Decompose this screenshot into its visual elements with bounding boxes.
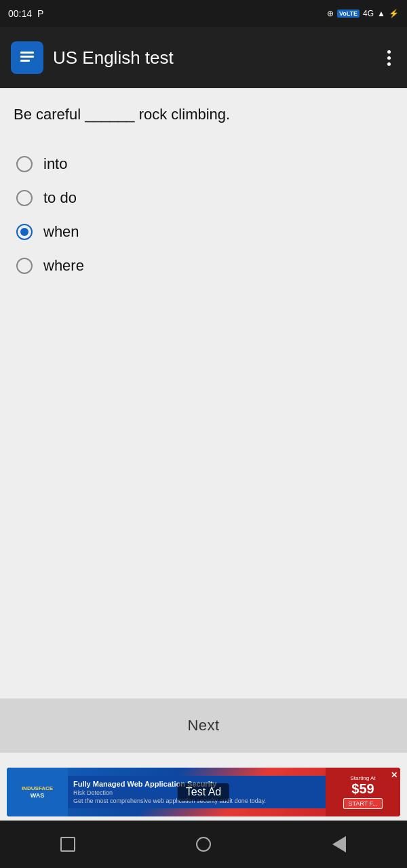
home-icon	[196, 837, 211, 852]
svg-rect-2	[20, 56, 34, 58]
sim-icon: P	[37, 8, 43, 19]
svg-rect-3	[20, 60, 30, 62]
recent-apps-icon	[60, 837, 75, 852]
ad-section: INDUSFACE WAS Fully Managed Web Applicat…	[0, 753, 407, 821]
ad-body: Get the most comprehensive web applicati…	[73, 797, 320, 804]
radio-where[interactable]	[16, 258, 33, 274]
option-label-where: where	[43, 257, 84, 275]
status-left: 00:14 P	[8, 8, 43, 19]
main-content: Be careful ______ rock climbing. into to…	[0, 88, 407, 698]
dot	[387, 62, 391, 66]
option-when[interactable]: when	[14, 215, 393, 249]
status-right: ⊕ VoLTE 4G ▲ ⚡	[327, 9, 399, 18]
dot	[387, 56, 391, 60]
radio-to-do[interactable]	[16, 190, 33, 206]
app-title: US English test	[53, 47, 372, 68]
add-icon: ⊕	[327, 9, 334, 18]
option-into[interactable]: into	[14, 147, 393, 181]
radio-into[interactable]	[16, 156, 33, 172]
option-label-into: into	[43, 155, 67, 173]
ad-logo-text: INDUSFACE WAS	[22, 785, 53, 800]
ad-banner[interactable]: INDUSFACE WAS Fully Managed Web Applicat…	[7, 768, 400, 816]
ad-middle: Fully Managed Web Application Security R…	[68, 776, 326, 808]
ad-price-prefix: Starting At	[351, 775, 376, 781]
option-label-to-do: to do	[43, 189, 77, 207]
time-display: 00:14	[8, 8, 32, 19]
battery-icon: ⚡	[389, 9, 399, 18]
ad-title: Fully Managed Web Application Security	[73, 780, 320, 788]
more-vert-icon[interactable]	[382, 45, 396, 71]
network-label: 4G	[363, 9, 374, 18]
ad-brand: INDUSFACE	[22, 785, 53, 791]
nav-bar	[0, 821, 407, 868]
svg-rect-1	[20, 52, 34, 54]
app-icon	[11, 41, 43, 74]
radio-inner-when	[20, 228, 28, 236]
question-text: Be careful ______ rock climbing.	[14, 104, 393, 125]
dot	[387, 50, 391, 54]
back-button[interactable]	[326, 831, 353, 858]
back-icon	[332, 836, 346, 852]
ad-subtitle: Risk Detection	[73, 789, 320, 796]
ad-right: Starting At $59 START F...	[326, 768, 400, 816]
option-label-when: when	[43, 223, 79, 241]
status-bar: 00:14 P ⊕ VoLTE 4G ▲ ⚡	[0, 0, 407, 27]
option-where[interactable]: where	[14, 249, 393, 283]
ad-logo-area: INDUSFACE WAS	[7, 768, 68, 816]
ad-close-button[interactable]: ✕	[391, 770, 398, 780]
volte-badge: VoLTE	[337, 9, 360, 18]
ad-price: $59	[351, 781, 374, 797]
recent-apps-button[interactable]	[54, 831, 81, 858]
options-list: into to do when where	[14, 147, 393, 283]
option-to-do[interactable]: to do	[14, 181, 393, 215]
ad-cta[interactable]: START F...	[343, 798, 382, 809]
app-bar: US English test	[0, 27, 407, 88]
home-button[interactable]	[190, 831, 217, 858]
radio-when[interactable]	[16, 224, 33, 240]
signal-icon: ▲	[377, 9, 385, 18]
ad-brand-sub: WAS	[31, 792, 45, 799]
spacer	[14, 283, 393, 682]
next-button-container: Next	[0, 698, 407, 753]
app-logo-svg	[16, 47, 38, 68]
next-button[interactable]: Next	[0, 698, 407, 753]
